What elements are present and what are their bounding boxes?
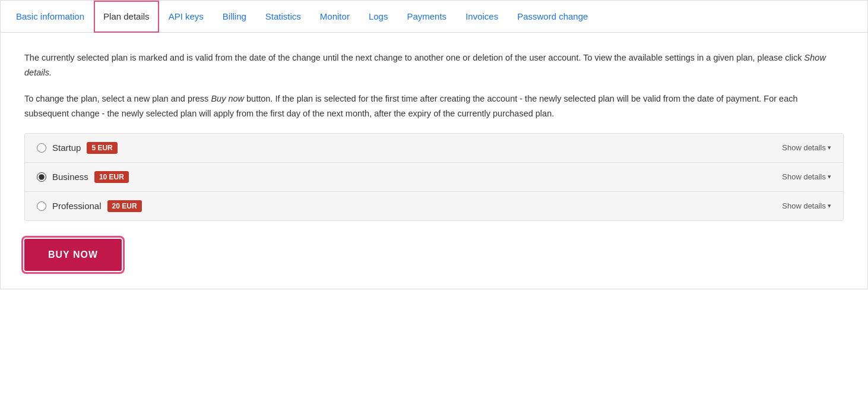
tab-invoices[interactable]: Invoices	[456, 1, 508, 32]
plan-left-business: Business 10 EUR	[37, 171, 129, 183]
plan-radio-startup[interactable]	[37, 143, 46, 153]
plan-item-professional: Professional 20 EUR Show details ▾	[25, 192, 843, 220]
tab-plan-details[interactable]: Plan details	[94, 1, 159, 33]
plan-item-business: Business 10 EUR Show details ▾	[25, 163, 843, 192]
plan-radio-business[interactable]	[37, 172, 46, 182]
main-content: The currently selected plan is marked an…	[1, 33, 867, 289]
tab-password-change[interactable]: Password change	[508, 1, 597, 32]
show-details-label-professional: Show details	[782, 201, 826, 210]
buy-now-button[interactable]: BUY NOW	[24, 239, 122, 271]
plan-list: Startup 5 EUR Show details ▾ Business 10…	[24, 133, 844, 221]
tab-logs[interactable]: Logs	[359, 1, 398, 32]
show-details-button-business[interactable]: Show details ▾	[782, 172, 831, 181]
plan-name-startup: Startup	[52, 143, 81, 153]
chevron-down-icon-business: ▾	[828, 173, 831, 181]
show-details-link-text: Show details.	[24, 53, 826, 77]
chevron-down-icon-professional: ▾	[828, 202, 831, 210]
buy-now-wrapper: BUY NOW	[24, 239, 844, 271]
tab-billing[interactable]: Billing	[213, 1, 256, 32]
plan-left-startup: Startup 5 EUR	[37, 142, 118, 154]
show-details-button-professional[interactable]: Show details ▾	[782, 201, 831, 210]
page-container: Basic information Plan details API keys …	[0, 0, 868, 289]
plan-left-professional: Professional 20 EUR	[37, 200, 142, 212]
show-details-label-business: Show details	[782, 172, 826, 181]
info-paragraph-1: The currently selected plan is marked an…	[24, 50, 844, 80]
plan-radio-professional[interactable]	[37, 201, 46, 211]
tab-basic-information[interactable]: Basic information	[7, 1, 94, 32]
nav-tabs: Basic information Plan details API keys …	[1, 1, 867, 33]
tab-payments[interactable]: Payments	[397, 1, 456, 32]
tab-statistics[interactable]: Statistics	[256, 1, 311, 32]
plan-name-business: Business	[52, 172, 88, 182]
tab-api-keys[interactable]: API keys	[159, 1, 213, 32]
show-details-label-startup: Show details	[782, 143, 826, 152]
plan-price-business: 10 EUR	[94, 171, 129, 183]
buy-now-link-text: Buy now	[211, 94, 244, 103]
info-paragraph-2: To change the plan, select a new plan an…	[24, 91, 844, 121]
plan-item-startup: Startup 5 EUR Show details ▾	[25, 134, 843, 163]
show-details-button-startup[interactable]: Show details ▾	[782, 143, 831, 152]
plan-name-professional: Professional	[52, 201, 102, 211]
chevron-down-icon-startup: ▾	[828, 144, 831, 151]
plan-price-startup: 5 EUR	[87, 142, 117, 154]
plan-price-professional: 20 EUR	[107, 200, 142, 212]
tab-monitor[interactable]: Monitor	[311, 1, 359, 32]
